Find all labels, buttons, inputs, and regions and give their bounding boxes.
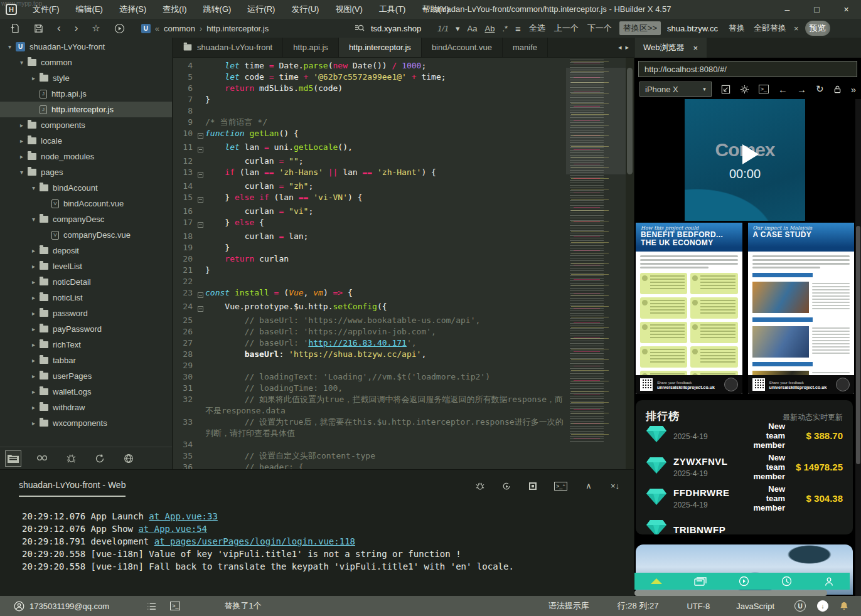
editor-tab-http.api.js[interactable]: http.api.js [283,38,339,57]
menu-item[interactable]: 查找(I) [154,0,195,19]
tree-item-locale[interactable]: ▸locale [0,133,172,149]
back-icon[interactable]: ← [778,84,788,95]
tree-item-companyDesc[interactable]: ▾companyDesc [0,211,172,227]
notification-bell-icon[interactable] [840,602,848,611]
replace-all-button[interactable]: 全部替换 [752,23,788,34]
debug-view-icon[interactable] [63,450,79,467]
screenshot-icon[interactable] [721,85,730,94]
tree-chevron-icon[interactable]: ▸ [17,122,26,129]
editor-tab-manife[interactable]: manife [503,38,548,57]
menu-item[interactable]: 跳转(G) [195,0,240,19]
console-tab-label[interactable]: shuadan-LvYou-front - Web [19,480,126,497]
cursor-position[interactable]: 行:28 列:27 [618,600,659,612]
search-dropdown-icon[interactable]: ▾ [455,24,461,33]
minimap[interactable] [566,58,626,469]
tree-item-payPassword[interactable]: ▸payPassword [0,321,172,337]
fold-marker[interactable] [196,192,205,206]
tree-chevron-icon[interactable]: ▸ [17,137,26,144]
files-view-icon[interactable] [5,450,21,467]
tree-chevron-icon[interactable]: ▾ [5,43,14,50]
fold-marker[interactable] [196,301,205,315]
start-tab-icon[interactable] [739,576,749,587]
language-mode[interactable]: JavaScript [736,602,774,611]
code-area[interactable]: 4 let time = Date.parse(new Date()) / 10… [173,58,565,469]
tree-item-companyDesc.vue[interactable]: VcompanyDesc.vue [0,227,172,243]
minimize-button[interactable]: – [773,0,802,19]
tree-item-userPages[interactable]: ▸userPages [0,368,172,384]
web-view-icon[interactable] [120,450,137,467]
log-link[interactable]: at App.vue:54 [138,524,207,534]
star-icon[interactable]: ☆ [92,23,100,34]
fold-marker[interactable] [196,217,205,231]
tree-chevron-icon[interactable]: ▸ [29,279,38,285]
browser-tab-close-icon[interactable]: × [693,43,698,53]
menu-item[interactable]: 编辑(E) [68,0,111,19]
clear-console-icon[interactable]: ×↓ [610,481,620,491]
tree-chevron-icon[interactable]: ▾ [29,184,38,191]
editor-tab-shuadan-LvYou-front[interactable]: shuadan-LvYou-front [173,38,283,57]
close-search-icon[interactable]: × [794,24,799,33]
address-bar[interactable]: http://localhost:8080/#/ [638,61,857,77]
tree-item-password[interactable]: ▸password [0,305,172,321]
replace-button[interactable]: 替换 [727,23,746,34]
minimap-viewport[interactable] [566,68,626,174]
replace-zone-toggle[interactable]: 替换区>> [619,21,661,35]
gear-icon[interactable] [740,85,749,94]
refresh-icon[interactable]: ↻ [816,83,824,95]
horizontal-scrollbar[interactable] [634,590,827,596]
sync-view-icon[interactable] [92,450,108,467]
tree-item-noticDetail[interactable]: ▸noticDetail [0,274,172,290]
tree-chevron-icon[interactable]: ▸ [29,247,38,254]
match-case-toggle[interactable]: Aa [467,24,478,33]
browser-scrollbar-thumb[interactable] [856,226,860,464]
browser-tab[interactable]: Web浏览器 × [634,38,707,58]
menu-item[interactable]: 工具(T) [371,0,414,19]
browser-scrollbar[interactable] [855,99,861,596]
account-email[interactable]: 1735031199@qq.com [29,602,109,611]
syntax-hint-lib[interactable]: 语法提示库 [548,600,589,612]
breadcrumb-file[interactable]: http.interceptor.js [206,24,269,33]
profile-tab-icon[interactable] [824,576,834,587]
collapse-panel-icon[interactable]: ∧ [584,481,594,491]
tree-item-tabbar[interactable]: ▸tabbar [0,353,172,368]
poster-0[interactable]: How this project couldBENEFIT BEDFORD...… [636,223,742,394]
tree-chevron-icon[interactable]: ▾ [29,216,38,223]
tree-chevron-icon[interactable]: ▸ [17,153,26,160]
preview-button[interactable]: 预览 [805,21,830,36]
tree-item-noticList[interactable]: ▸noticList [0,290,172,305]
download-icon[interactable]: ↓ [817,600,828,612]
forward-icon[interactable]: › [75,20,78,36]
list-results-toggle[interactable]: ≡ [515,23,521,34]
search-input[interactable]: tsd.xyan.shop [371,24,431,33]
terminal-icon[interactable]: >_ [170,602,180,610]
tree-chevron-icon[interactable]: ▸ [29,310,38,317]
encoding[interactable]: UTF-8 [687,602,710,611]
run-icon[interactable] [114,23,125,34]
tree-item-common[interactable]: ▾common [0,55,172,70]
more-icon[interactable]: » [851,84,856,95]
tree-item-bindAccount[interactable]: ▾bindAccount [0,180,172,196]
home-tab-icon[interactable] [651,578,662,584]
menu-item[interactable]: 视图(V) [327,0,370,19]
tree-chevron-icon[interactable]: ▸ [29,420,38,427]
devtools-icon[interactable]: >_ [759,85,769,93]
tree-chevron-icon[interactable]: ▸ [29,373,38,380]
tree-item-components[interactable]: ▸components [0,117,172,133]
leaderboard-row[interactable]: TRIBNWFP [646,514,843,534]
tree-chevron-icon[interactable]: ▸ [29,388,38,395]
search-view-icon[interactable] [34,450,50,467]
fold-marker[interactable] [196,142,205,156]
editor-scrollbar[interactable] [626,58,634,469]
tree-item-wxcomponents[interactable]: ▸wxcomponents [0,415,172,431]
leaderboard-row[interactable]: 2025-4-19New team member$ 388.70 [646,420,843,451]
outline-icon[interactable] [147,602,156,610]
select-all-button[interactable]: 全选 [528,23,547,34]
whole-word-toggle[interactable]: Ab [484,24,496,33]
maximize-button[interactable]: □ [802,0,832,19]
tree-item-style[interactable]: ▸style [0,70,172,86]
fold-marker[interactable] [196,167,205,181]
previous-button[interactable]: 上一个 [553,23,580,34]
tree-chevron-icon[interactable]: ▸ [29,75,38,82]
tree-item-walletLogs[interactable]: ▸walletLogs [0,384,172,400]
tree-chevron-icon[interactable]: ▸ [29,341,38,348]
